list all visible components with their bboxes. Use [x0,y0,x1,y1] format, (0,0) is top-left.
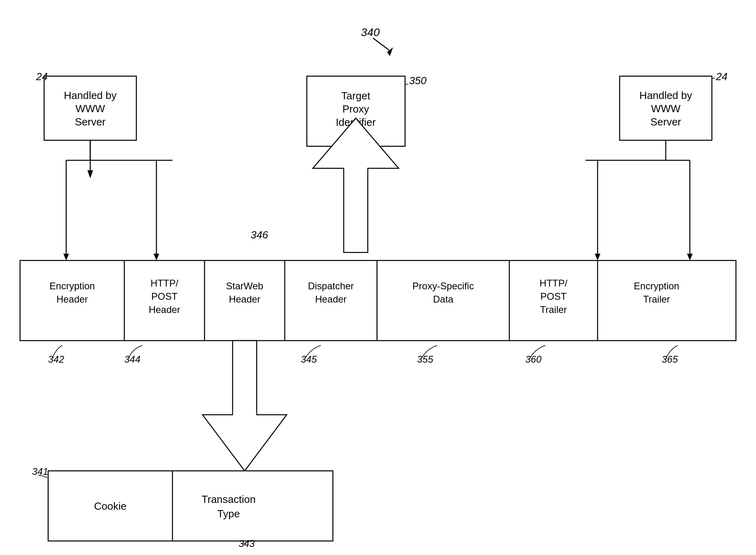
svg-rect-19 [344,144,367,169]
http-post-header-line1: HTTP/ [150,278,178,289]
www-server-left-line3: Server [75,116,106,128]
ref-365: 365 [662,354,678,365]
ref-360: 360 [525,354,542,365]
diagram: 340 Handled by WWW Server 24 Handled by … [0,0,756,555]
transaction-type-line1: Transaction [202,493,256,505]
enc-trailer-line2: Trailer [643,294,670,305]
svg-marker-4 [87,170,93,178]
svg-marker-10 [154,254,159,260]
target-proxy-line1: Target [341,90,371,102]
www-server-right-line3: Server [651,116,681,128]
starweb-header-line1: StarWeb [226,281,263,291]
svg-marker-15 [595,254,600,260]
ref-350: 350 [409,75,427,87]
enc-trailer-line1: Encryption [634,281,679,291]
proxy-specific-line1: Proxy-Specific [412,281,474,291]
http-post-header-line2: POST [151,291,178,302]
dispatcher-header-line1: Dispatcher [308,281,354,291]
www-server-left-line2: WWW [75,103,105,115]
starweb-header-line2: Header [229,294,261,305]
www-server-left-line1: Handled by [64,89,117,101]
http-post-trailer-line2: POST [540,291,567,302]
down-arrow-shaft [233,341,257,415]
svg-line-0 [373,38,389,50]
http-post-trailer-line1: HTTP/ [539,278,568,289]
http-post-trailer-line3: Trailer [540,304,567,315]
svg-marker-8 [63,254,69,260]
svg-rect-26 [233,411,256,433]
transaction-type-line2: Type [217,508,240,520]
cookie-transaction-box [48,471,333,541]
proxy-specific-line2: Data [433,294,454,305]
ref-342: 342 [48,354,64,365]
cookie-label: Cookie [94,500,127,512]
up-arrow-shaft [344,168,368,252]
ref-343: 343 [239,538,255,549]
ref-344: 344 [124,354,140,365]
http-post-header-line3: Header [149,304,180,315]
svg-marker-1 [387,47,393,56]
svg-marker-17 [687,254,693,260]
main-bar [20,260,736,341]
enc-header-line2: Header [57,294,88,305]
www-server-right-line2: WWW [651,103,681,115]
ref-340: 340 [361,26,380,38]
target-proxy-line2: Proxy [343,103,369,115]
enc-header-line1: Encryption [49,281,95,291]
ref-346: 346 [251,229,268,241]
www-server-right-line1: Handled by [639,89,692,101]
dispatcher-header-line2: Header [315,294,347,305]
ref-24-right: 24 [715,71,728,83]
ref-24-left: 24 [36,71,48,83]
ref-355: 355 [417,354,434,365]
ref-345: 345 [301,354,317,365]
